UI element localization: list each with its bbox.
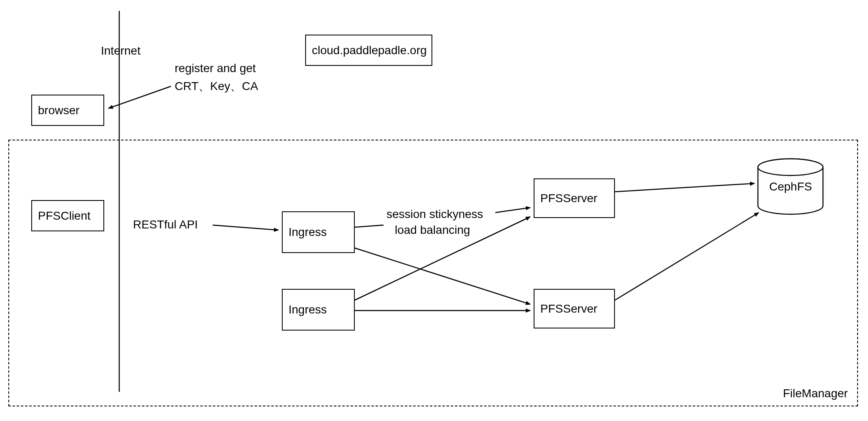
pfsserver2-box: PFSServer: [534, 289, 615, 328]
ingress2-box: Ingress: [282, 289, 355, 331]
internet-label: Internet: [101, 44, 140, 58]
ingress1-text: Ingress: [288, 226, 327, 239]
cloud-text: cloud.paddlepadle.org: [312, 44, 427, 57]
register1-label: register and get: [175, 62, 256, 75]
register2-label: CRT、Key、CA: [175, 78, 258, 94]
pfsserver1-text: PFSServer: [540, 192, 597, 205]
browser-text: browser: [38, 104, 80, 117]
session1-label: session stickyness: [386, 208, 483, 221]
filemanager-container: [8, 140, 858, 406]
pfsclient-box: PFSClient: [31, 200, 104, 231]
pfsserver1-box: PFSServer: [534, 178, 615, 218]
restful-label: RESTful API: [133, 218, 198, 231]
diagram-canvas: FileManager browser cloud.paddlepadle.or…: [0, 0, 868, 421]
session2-label: load balancing: [395, 223, 470, 237]
cloud-box: cloud.paddlepadle.org: [305, 35, 432, 66]
svg-line-4: [267, 56, 305, 65]
ingress2-text: Ingress: [288, 303, 327, 316]
pfsserver2-text: PFSServer: [540, 302, 597, 316]
cephfs-text: CephFS: [769, 180, 812, 193]
ingress1-box: Ingress: [282, 211, 355, 253]
browser-box: browser: [31, 95, 104, 126]
pfsclient-text: PFSClient: [38, 209, 90, 223]
filemanager-label: FileManager: [783, 387, 848, 400]
